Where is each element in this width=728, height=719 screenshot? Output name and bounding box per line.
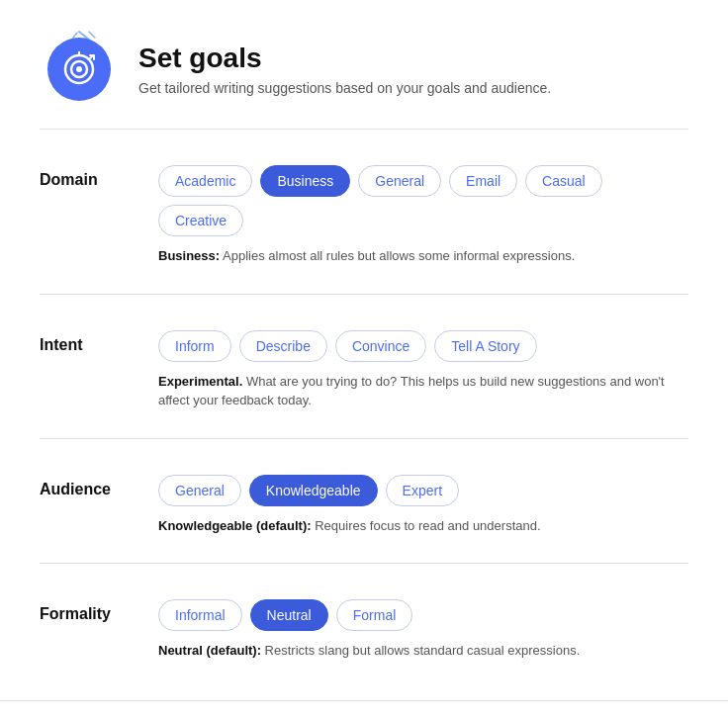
audience-section: Audience General Knowledgeable Expert Kn… [40, 457, 688, 546]
page-title: Set goals [138, 43, 551, 74]
intent-label: Intent [40, 330, 129, 354]
domain-btn-general[interactable]: General [358, 165, 441, 197]
domain-description-bold: Business: [158, 248, 220, 263]
formality-description-bold: Neutral (default): [158, 643, 261, 658]
domain-btn-casual[interactable]: Casual [525, 165, 602, 197]
intent-btn-inform[interactable]: Inform [158, 330, 231, 362]
intent-section: Intent Inform Describe Convince Tell A S… [40, 313, 688, 420]
svg-line-1 [89, 32, 95, 38]
intent-description-bold: Experimental. [158, 374, 242, 389]
domain-section: Domain Academic Business General Email C… [40, 147, 688, 276]
intent-description: Experimental. What are you trying to do?… [158, 372, 688, 410]
formality-label: Formality [40, 599, 129, 623]
domain-content: Academic Business General Email Casual C… [158, 165, 688, 266]
logo-circle [47, 38, 111, 101]
audience-description-bold: Knowledgeable (default): [158, 518, 312, 533]
intent-btn-describe[interactable]: Describe [239, 330, 327, 362]
audience-content: General Knowledgeable Expert Knowledgeab… [158, 475, 688, 536]
domain-btn-business[interactable]: Business [260, 165, 350, 197]
domain-btn-academic[interactable]: Academic [158, 165, 252, 197]
formality-btn-informal[interactable]: Informal [158, 599, 242, 631]
audience-divider [40, 563, 688, 564]
audience-btn-knowledgeable[interactable]: Knowledgeable [249, 475, 378, 506]
svg-point-5 [76, 66, 82, 72]
audience-btn-general[interactable]: General [158, 475, 241, 506]
intent-btn-group: Inform Describe Convince Tell A Story [158, 330, 688, 362]
footer: Show Set Goals when I start a new docume… [0, 700, 728, 720]
formality-btn-neutral[interactable]: Neutral [250, 599, 328, 631]
formality-description-text: Restricts slang but allows standard casu… [261, 643, 580, 658]
audience-description-text: Requires focus to read and understand. [312, 518, 541, 533]
domain-btn-email[interactable]: Email [449, 165, 517, 197]
audience-description: Knowledgeable (default): Requires focus … [158, 516, 688, 536]
intent-content: Inform Describe Convince Tell A Story Ex… [158, 330, 688, 410]
formality-btn-group: Informal Neutral Formal [158, 599, 688, 631]
intent-divider [40, 438, 688, 439]
domain-btn-group: Academic Business General Email Casual C… [158, 165, 688, 236]
audience-btn-expert[interactable]: Expert [386, 475, 459, 506]
formality-btn-formal[interactable]: Formal [336, 599, 413, 631]
domain-label: Domain [40, 165, 129, 189]
domain-btn-creative[interactable]: Creative [158, 205, 243, 236]
audience-label: Audience [40, 475, 129, 498]
domain-description: Business: Applies almost all rules but a… [158, 246, 688, 266]
domain-description-text: Applies almost all rules but allows some… [220, 248, 575, 263]
intent-btn-tell-a-story[interactable]: Tell A Story [434, 330, 536, 362]
formality-section: Formality Informal Neutral Formal Neutra… [40, 582, 688, 671]
logo [40, 30, 119, 109]
goal-icon [61, 51, 97, 87]
page-header: Set goals Get tailored writing suggestio… [40, 30, 688, 109]
page-subtitle: Get tailored writing suggestions based o… [138, 80, 551, 96]
header-text: Set goals Get tailored writing suggestio… [138, 43, 551, 96]
formality-description: Neutral (default): Restricts slang but a… [158, 641, 688, 661]
header-divider [40, 129, 688, 130]
domain-divider [40, 294, 688, 295]
audience-btn-group: General Knowledgeable Expert [158, 475, 688, 506]
intent-btn-convince[interactable]: Convince [335, 330, 426, 362]
formality-content: Informal Neutral Formal Neutral (default… [158, 599, 688, 661]
